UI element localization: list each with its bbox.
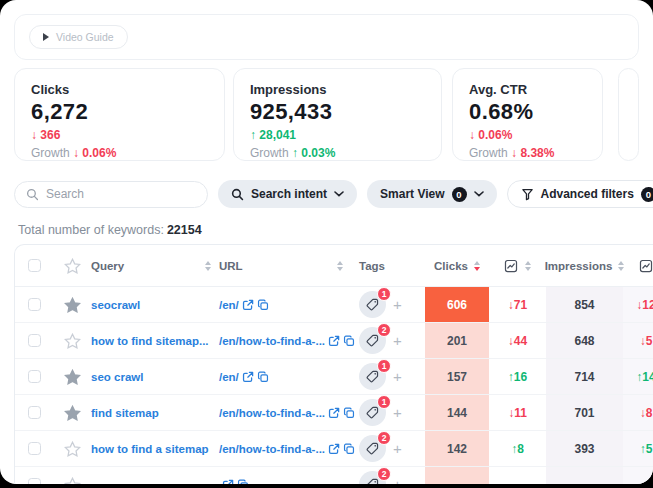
search-intent-button[interactable]: Search intent — [218, 180, 357, 208]
add-tag-button[interactable]: + — [393, 333, 402, 348]
tag-count-badge: 2 — [377, 467, 391, 481]
sort-icon[interactable] — [525, 261, 531, 271]
url-link[interactable]: /en/how-to-find-a-... — [219, 443, 325, 455]
url-link[interactable]: /en/how-to-find-a-... — [219, 407, 325, 419]
tag-icon — [366, 298, 379, 311]
stat-growth: Growth ↓ 0.06% — [31, 146, 208, 160]
impressions-value: 714 — [546, 359, 623, 394]
external-link-icon[interactable] — [242, 371, 254, 383]
clicks-delta — [489, 467, 546, 484]
clicks-value: 142 — [425, 431, 489, 466]
star-toggle[interactable] — [64, 441, 81, 457]
tag-icon — [366, 478, 379, 484]
url-link[interactable]: /en/how-to-find-a-... — [219, 335, 325, 347]
advanced-filters-button[interactable]: Advanced filters 0 — [507, 180, 653, 208]
search-input[interactable] — [46, 187, 196, 201]
smart-view-label: Smart View — [380, 187, 444, 201]
header-query[interactable]: Query — [91, 260, 124, 272]
keywords-summary-label: Total number of keywords: — [18, 223, 164, 237]
stat-card-clicks: Clicks 6,272 ↓ 366 Growth ↓ 0.06% — [14, 68, 225, 161]
table-row: how to find sitemap... /en/how-to-find-a… — [15, 323, 653, 359]
growth-value: ↑ 0.03% — [292, 146, 335, 160]
star-toggle[interactable] — [64, 297, 81, 313]
video-guide-button[interactable]: Video Guide — [29, 25, 128, 49]
copy-icon[interactable] — [257, 299, 269, 311]
row-checkbox[interactable] — [28, 370, 41, 383]
add-tag-button[interactable]: + — [393, 369, 402, 384]
search-icon — [231, 188, 244, 201]
tag-button[interactable]: 2 — [359, 471, 386, 484]
external-link-icon[interactable] — [328, 407, 340, 419]
query-link[interactable]: seo crawl — [91, 371, 143, 383]
row-checkbox[interactable] — [28, 334, 41, 347]
add-tag-button[interactable]: + — [393, 297, 402, 312]
row-checkbox[interactable] — [28, 442, 41, 455]
search-icon — [26, 188, 39, 201]
growth-label: Growth — [31, 146, 70, 160]
external-link-icon[interactable] — [328, 443, 340, 455]
impressions-delta: ↓8 — [623, 395, 653, 430]
tag-count-badge: 2 — [377, 323, 391, 337]
query-link[interactable]: seocrawl — [91, 299, 140, 311]
tag-count-badge: 1 — [377, 287, 391, 301]
tag-button[interactable]: 1 — [359, 291, 386, 318]
stat-title: Avg. CTR — [469, 82, 586, 97]
clicks-trend-chart-icon[interactable] — [504, 259, 518, 273]
external-link-icon[interactable] — [222, 479, 234, 485]
header-url[interactable]: URL — [219, 260, 243, 272]
tag-icon — [366, 334, 379, 347]
copy-icon[interactable] — [257, 371, 269, 383]
external-link-icon[interactable] — [328, 335, 340, 347]
tag-button[interactable]: 1 — [359, 399, 386, 426]
copy-icon[interactable] — [237, 479, 249, 485]
impressions-delta: ↑5 — [623, 431, 653, 466]
table-row: seocrawl /en/ 1 + 606 ↓71 854 ↓12 — [15, 287, 653, 323]
table-row: seo crawl /en/ 1 + 157 ↑16 714 ↑14 — [15, 359, 653, 395]
star-toggle[interactable] — [64, 477, 81, 485]
add-tag-button[interactable]: + — [393, 477, 402, 484]
screenshot-stage: Video Guide Clicks 6,272 ↓ 366 Growth ↓ … — [0, 0, 653, 488]
tag-button[interactable]: 2 — [359, 327, 386, 354]
filter-bar: Search intent Smart View 0 Advanced filt… — [14, 180, 639, 208]
search-box[interactable] — [14, 181, 208, 208]
star-toggle[interactable] — [64, 405, 81, 421]
keywords-count: 22154 — [167, 223, 202, 237]
url-link[interactable]: /en/ — [219, 371, 239, 383]
row-checkbox[interactable] — [28, 406, 41, 419]
clicks-value: 157 — [425, 359, 489, 394]
select-all-checkbox[interactable] — [28, 259, 41, 272]
table-row: how to find a sitemap /en/how-to-find-a-… — [15, 431, 653, 467]
query-link[interactable]: how to find a sitemap — [91, 443, 209, 455]
add-tag-button[interactable]: + — [393, 405, 402, 420]
tag-button[interactable]: 1 — [359, 363, 386, 390]
row-checkbox[interactable] — [28, 478, 41, 484]
stat-growth: Growth ↑ 0.03% — [250, 146, 425, 160]
star-column-header[interactable] — [64, 258, 81, 274]
sort-icon[interactable] — [337, 261, 343, 271]
search-intent-label: Search intent — [251, 187, 327, 201]
video-guide-bar: Video Guide — [14, 14, 639, 60]
tag-count-badge: 1 — [377, 359, 391, 373]
smart-view-button[interactable]: Smart View 0 — [367, 180, 496, 208]
header-tags: Tags — [359, 260, 385, 272]
stat-card-impressions: Impressions 925,433 ↑ 28,041 Growth ↑ 0.… — [233, 68, 442, 161]
sort-icon-active[interactable] — [474, 261, 480, 271]
add-tag-button[interactable]: + — [393, 441, 402, 456]
tag-icon — [366, 370, 379, 383]
query-link[interactable]: find sitemap — [91, 407, 159, 419]
sort-icon[interactable] — [205, 261, 211, 271]
stat-delta: ↑ 28,041 — [250, 128, 425, 142]
star-toggle[interactable] — [64, 369, 81, 385]
tag-button[interactable]: 2 — [359, 435, 386, 462]
header-clicks[interactable]: Clicks — [434, 260, 468, 272]
star-toggle[interactable] — [64, 333, 81, 349]
row-checkbox[interactable] — [28, 298, 41, 311]
query-link[interactable]: how to find sitemap... — [91, 335, 209, 347]
funnel-icon — [521, 188, 534, 201]
stat-value: 0.68% — [469, 99, 586, 125]
url-link[interactable]: /en/ — [219, 299, 239, 311]
header-impressions[interactable]: Impressions — [545, 260, 613, 272]
impressions-trend-chart-icon[interactable] — [639, 259, 653, 273]
clicks-value: 201 — [425, 323, 489, 358]
external-link-icon[interactable] — [242, 299, 254, 311]
